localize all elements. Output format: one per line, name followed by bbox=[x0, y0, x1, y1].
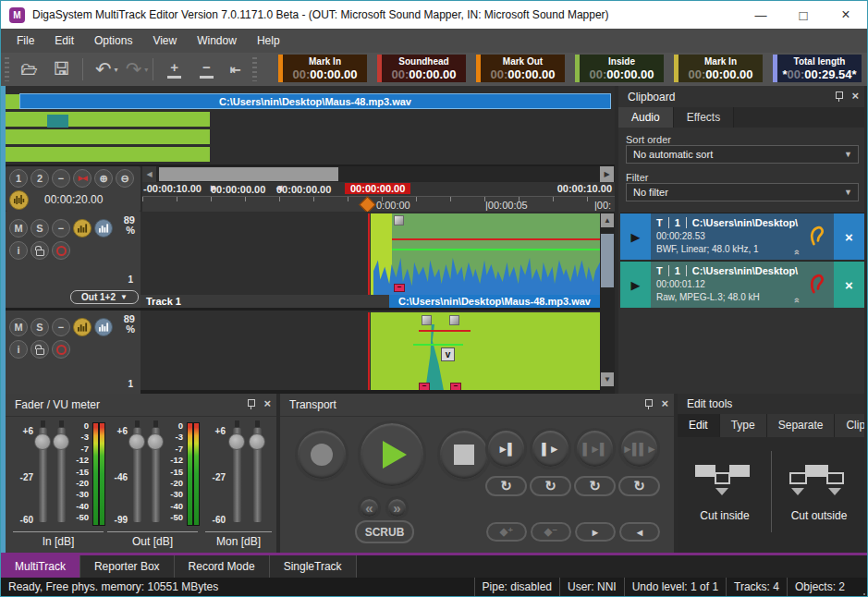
loop-4-button[interactable]: ↻ bbox=[618, 476, 660, 496]
track1-minimize-button[interactable]: − bbox=[52, 219, 70, 238]
pin-icon[interactable] bbox=[643, 398, 653, 409]
zoom-in-button[interactable]: ⊕ bbox=[94, 169, 113, 188]
close-panel-icon[interactable]: × bbox=[661, 398, 668, 409]
close-icon[interactable]: × bbox=[825, 1, 867, 29]
clip1-bottom-handle[interactable]: − bbox=[394, 284, 405, 292]
minimize-icon[interactable]: — bbox=[740, 1, 782, 29]
menu-options[interactable]: Options bbox=[84, 29, 142, 53]
tab-effects[interactable]: Effects bbox=[674, 107, 734, 128]
scroll-left-icon[interactable]: ◀ bbox=[142, 166, 156, 182]
fader-slider-l[interactable] bbox=[233, 428, 241, 522]
open-file-icon[interactable]: 🗁 bbox=[20, 55, 38, 83]
prev-marker-button[interactable]: ◄ bbox=[619, 522, 660, 542]
fader-slider-r[interactable] bbox=[253, 428, 262, 522]
tab-multitrack[interactable]: MultiTrack bbox=[1, 555, 80, 578]
tab-audio[interactable]: Audio bbox=[618, 107, 674, 128]
track1-output-select[interactable]: Out 1+2▼ bbox=[70, 290, 139, 304]
timeline-hscrollbar[interactable]: ◀ ▶ bbox=[142, 166, 615, 182]
prelisten-ear-icon[interactable] bbox=[801, 262, 834, 308]
slider-knob[interactable] bbox=[249, 433, 265, 450]
snap-to-mark-icon[interactable]: ⇤ bbox=[230, 55, 241, 83]
track1-meter-blue-button[interactable] bbox=[94, 219, 113, 238]
track2-meter-blue-button[interactable] bbox=[94, 318, 113, 336]
timeline-ruler[interactable]: -00:00:10.00 ▶ 00:00:00.00 ◀ 00:00:00.00… bbox=[142, 182, 615, 196]
redo-icon[interactable]: ↷ bbox=[126, 55, 142, 83]
menu-window[interactable]: Window bbox=[187, 29, 247, 53]
clip1-gain-line-green[interactable] bbox=[392, 249, 600, 250]
tab-clip-insert[interactable]: Clip & I bbox=[835, 414, 864, 437]
clip2-gain-line-green[interactable] bbox=[413, 344, 463, 346]
slider-knob[interactable] bbox=[128, 433, 145, 450]
close-panel-icon[interactable]: × bbox=[263, 398, 271, 409]
add-marker-button[interactable]: ◆⁺ bbox=[486, 522, 527, 542]
close-panel-icon[interactable]: × bbox=[851, 91, 859, 102]
loop-3-button[interactable]: ↻ bbox=[574, 476, 616, 496]
scroll-down-icon[interactable]: ▼ bbox=[601, 372, 614, 386]
tracks-vscrollbar[interactable]: ▲ ▼ bbox=[600, 212, 615, 394]
fader-slider-l[interactable] bbox=[133, 428, 141, 522]
track2-record-arm-button[interactable] bbox=[52, 340, 70, 359]
scroll-right-icon[interactable]: ▶ bbox=[600, 166, 614, 182]
overview-track3-bar[interactable] bbox=[6, 129, 210, 144]
tab-reporter-box[interactable]: Reporter Box bbox=[80, 555, 175, 578]
play-button[interactable] bbox=[358, 420, 426, 489]
remove-marker-button[interactable]: ◆⁻ bbox=[531, 522, 571, 542]
play-to-mark-button[interactable]: ►▌ bbox=[485, 428, 527, 469]
track1-label-bar[interactable]: Track 1 C:\Users\nin\Desktop\Maus-48.mp3… bbox=[141, 295, 600, 308]
marker-2-button[interactable]: 2 bbox=[31, 169, 49, 188]
save-icon[interactable]: 🖫 bbox=[53, 55, 70, 83]
clip2-handle-b[interactable] bbox=[449, 315, 459, 325]
play-from-mark-button[interactable]: ▌► bbox=[530, 428, 571, 469]
undo-icon[interactable]: ↶ bbox=[95, 55, 112, 83]
pin-icon[interactable] bbox=[246, 398, 255, 409]
track2-solo-button[interactable]: S bbox=[31, 318, 49, 336]
clip2-handle-a[interactable] bbox=[422, 315, 432, 325]
track1-lock-button[interactable] bbox=[31, 241, 49, 260]
hscrollbar-thumb[interactable] bbox=[159, 167, 338, 181]
fader-slider-r[interactable] bbox=[57, 428, 66, 522]
clip2-gain-line-red[interactable] bbox=[419, 330, 471, 332]
menu-edit[interactable]: Edit bbox=[44, 29, 84, 53]
prelisten-ear-icon[interactable] bbox=[801, 213, 834, 260]
play-icon[interactable]: ▶ bbox=[620, 262, 651, 308]
resize-grip[interactable] bbox=[863, 593, 865, 595]
filter-select[interactable]: No filter▼ bbox=[626, 183, 859, 201]
menu-file[interactable]: File bbox=[6, 29, 44, 53]
vscrollbar-thumb[interactable] bbox=[601, 234, 614, 287]
cut-outside-button[interactable]: Cut outside bbox=[779, 456, 859, 530]
overview-track4-bar[interactable] bbox=[6, 147, 210, 162]
sort-order-select[interactable]: No automatic sort▼ bbox=[626, 145, 859, 164]
tab-type[interactable]: Type bbox=[720, 414, 767, 437]
slider-knob[interactable] bbox=[228, 433, 245, 450]
clipboard-item-1-body[interactable]: T1C:\Users\nin\Desktop\ 00:00:28.53 BWF,… bbox=[651, 213, 801, 260]
clip1-file-label[interactable]: C:\Users\nin\Desktop\Maus-48.mp3.wav bbox=[389, 295, 600, 308]
record-button[interactable] bbox=[295, 428, 348, 481]
remove-icon[interactable]: × bbox=[834, 262, 864, 308]
play-selection-button[interactable]: ▌►▌ bbox=[574, 428, 616, 469]
track2-info-button[interactable]: i bbox=[9, 340, 28, 359]
tab-edit[interactable]: Edit bbox=[678, 414, 720, 437]
loop-1-button[interactable]: ↻ bbox=[485, 476, 527, 496]
zoom-in-amplitude-icon[interactable]: + bbox=[167, 61, 181, 79]
track2-meter-gold-button[interactable] bbox=[73, 318, 92, 336]
fader-slider-r[interactable] bbox=[152, 428, 160, 522]
clipboard-item-2-body[interactable]: T1C:\Users\nin\Desktop\ 00:00:01.12 Raw,… bbox=[651, 262, 801, 308]
clip1-top-handle[interactable] bbox=[394, 215, 404, 225]
fader-slider-l[interactable] bbox=[39, 428, 47, 522]
skip-forward-button[interactable]: » bbox=[385, 496, 409, 519]
slider-knob[interactable] bbox=[34, 433, 51, 450]
undo-dropdown-icon[interactable]: ▾ bbox=[115, 66, 118, 74]
pin-icon[interactable] bbox=[834, 91, 843, 102]
cut-inside-button[interactable]: Cut inside bbox=[685, 456, 764, 530]
loop-2-button[interactable]: ↻ bbox=[530, 476, 571, 496]
overview-clip-marker[interactable] bbox=[47, 115, 68, 128]
waveform-zoom-button[interactable] bbox=[9, 190, 29, 210]
maximize-icon[interactable]: □ bbox=[782, 1, 825, 29]
track1-meter-gold-button[interactable] bbox=[73, 219, 92, 238]
overview-file-bar[interactable]: C:\Users\nin\Desktop\Maus-48.mp3.wav bbox=[19, 93, 611, 109]
expand-icon[interactable]: » bbox=[790, 250, 801, 255]
scroll-up-icon[interactable]: ▲ bbox=[601, 213, 614, 227]
tab-separate[interactable]: Separate bbox=[767, 414, 836, 437]
overview-track2-bar[interactable] bbox=[6, 112, 210, 127]
clipboard-item-2[interactable]: ▶ T1C:\Users\nin\Desktop\ 00:00:01.12 Ra… bbox=[620, 261, 864, 308]
